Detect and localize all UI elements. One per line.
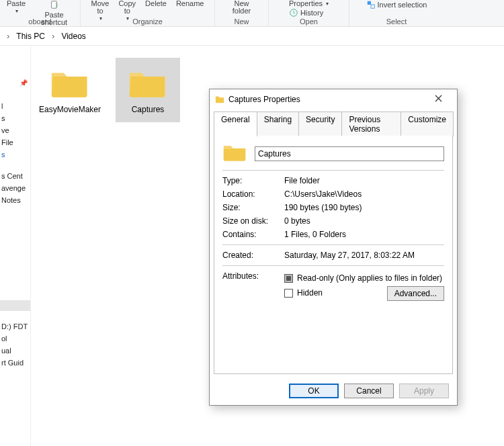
size-label: Size: — [222, 203, 284, 212]
paste-button[interactable]: Paste ▾ — [4, 0, 28, 15]
paste-label: Paste — [7, 0, 26, 7]
dialog-title: Captures Properties — [228, 95, 300, 104]
tab-strip: General Sharing Security Previous Versio… — [210, 111, 457, 136]
sidebar-item[interactable]: avenge — [0, 182, 30, 194]
sidebar-item[interactable]: D:) FDT — [0, 320, 30, 332]
divider — [222, 170, 444, 171]
pin-icon: 📌 — [0, 79, 30, 87]
size-value: 190 bytes (190 bytes) — [284, 203, 444, 212]
copy-to-label: Copy to — [118, 0, 136, 15]
readonly-label: Read-only (Only applies to files in fold… — [297, 273, 442, 283]
svg-rect-3 — [371, 5, 374, 8]
type-value: File folder — [284, 176, 444, 185]
location-label: Location: — [222, 189, 284, 199]
sidebar-item[interactable]: rt Guid — [0, 357, 30, 369]
ribbon-section-label: Open — [300, 17, 318, 26]
folder-icon — [50, 66, 89, 101]
divider — [222, 265, 444, 266]
breadcrumb-this-pc[interactable]: This PC — [16, 32, 45, 41]
move-to-button[interactable]: Move to▾ — [89, 0, 112, 22]
folder-icon — [222, 142, 247, 165]
readonly-checkbox[interactable] — [284, 274, 293, 283]
ribbon: Paste ▾ Paste shortcut oboard Move to▾ C… — [0, 0, 504, 27]
properties-dialog: Captures Properties General Sharing Secu… — [209, 89, 458, 406]
chevron-down-icon: ▾ — [126, 15, 129, 22]
sidebar-item[interactable]: s Cent — [0, 170, 30, 182]
location-value: C:\Users\Jake\Videos — [284, 189, 444, 199]
tab-general[interactable]: General — [214, 112, 257, 136]
sidebar-item[interactable]: File — [0, 136, 30, 148]
breadcrumb[interactable]: This PC Videos — [0, 27, 504, 46]
size-on-disk-value: 0 bytes — [284, 216, 444, 226]
hidden-label: Hidden — [297, 288, 323, 298]
properties-button[interactable]: Properties▾ — [289, 0, 329, 7]
invert-selection-icon — [366, 0, 376, 9]
dialog-button-row: OK Cancel Apply — [210, 378, 457, 405]
new-folder-label: New folder — [233, 0, 251, 15]
ribbon-group-select: Invert selection Select — [349, 0, 444, 26]
folder-label: EasyMovieMaker — [39, 105, 101, 114]
ribbon-group-new: New folder New — [215, 0, 269, 26]
chevron-down-icon: ▾ — [99, 15, 102, 22]
type-label: Type: — [222, 176, 284, 185]
advanced-button[interactable]: Advanced... — [387, 286, 444, 301]
apply-button[interactable]: Apply — [399, 384, 449, 398]
contains-value: 1 Files, 0 Folders — [284, 230, 444, 239]
ribbon-group-open: Properties▾ History Open — [269, 0, 349, 26]
chevron-down-icon: ▾ — [326, 0, 329, 7]
created-value: Saturday, May 27, 2017, 8:03:22 AM — [284, 251, 444, 260]
ribbon-group-clipboard: Paste ▾ Paste shortcut oboard — [0, 0, 81, 26]
sidebar-selected[interactable] — [0, 300, 30, 311]
folder-icon — [215, 94, 228, 105]
tab-security[interactable]: Security — [298, 112, 342, 136]
dialog-titlebar[interactable]: Captures Properties — [210, 89, 457, 109]
breadcrumb-videos[interactable]: Videos — [61, 32, 85, 41]
cancel-button[interactable]: Cancel — [344, 384, 394, 398]
svg-rect-2 — [367, 1, 370, 5]
breadcrumb-separator-icon — [4, 31, 12, 41]
folder-easymoviemaker[interactable]: EasyMovieMaker — [38, 58, 102, 122]
hidden-checkbox[interactable] — [284, 289, 293, 298]
tab-previous-versions[interactable]: Previous Versions — [341, 112, 401, 136]
rename-label: Rename — [176, 0, 204, 7]
tab-customize[interactable]: Customize — [401, 112, 454, 136]
ribbon-section-label: Organize — [132, 17, 163, 26]
divider — [222, 244, 444, 245]
delete-button[interactable]: Delete — [142, 0, 169, 7]
folder-captures[interactable]: Captures — [116, 58, 180, 122]
ribbon-group-organize: Move to▾ Copy to▾ Delete Rename Organize — [81, 0, 215, 26]
history-button[interactable]: History — [289, 8, 323, 17]
sidebar-item[interactable]: s — [0, 112, 30, 124]
invert-selection-label: Invert selection — [378, 1, 427, 9]
svg-rect-0 — [51, 1, 56, 9]
close-icon — [435, 95, 442, 104]
contains-label: Contains: — [222, 230, 284, 239]
ribbon-section-label: oboard — [28, 17, 51, 26]
created-label: Created: — [222, 251, 284, 260]
sidebar-item[interactable]: Notes — [0, 194, 30, 206]
attributes-label: Attributes: — [222, 271, 284, 303]
chevron-down-icon: ▾ — [15, 7, 18, 15]
sidebar-item[interactable]: ol — [0, 332, 30, 345]
delete-label: Delete — [145, 0, 167, 7]
sidebar-item[interactable]: s — [0, 148, 30, 161]
folder-name-input[interactable] — [255, 146, 444, 161]
general-panel: Type:File folder Location:C:\Users\Jake\… — [214, 136, 453, 374]
new-folder-button[interactable]: New folder — [230, 0, 254, 15]
sidebar-item[interactable]: ual — [0, 345, 30, 357]
invert-selection-button[interactable]: Invert selection — [364, 0, 430, 9]
ok-button[interactable]: OK — [289, 384, 339, 398]
rename-button[interactable]: Rename — [173, 0, 207, 7]
breadcrumb-separator-icon — [49, 31, 57, 41]
history-label: History — [300, 9, 323, 17]
sidebar-item[interactable]: ve — [0, 124, 30, 136]
folder-icon — [128, 66, 167, 101]
tab-sharing[interactable]: Sharing — [257, 112, 299, 136]
history-icon — [289, 8, 298, 17]
ribbon-section-label: New — [234, 17, 249, 26]
close-button[interactable] — [425, 90, 452, 109]
sidebar-item[interactable]: l — [0, 100, 30, 112]
size-on-disk-label: Size on disk: — [222, 216, 284, 226]
sidebar: 📌 l s ve File s s Cent avenge Notes D:) … — [0, 46, 31, 446]
move-to-label: Move to — [91, 0, 110, 15]
